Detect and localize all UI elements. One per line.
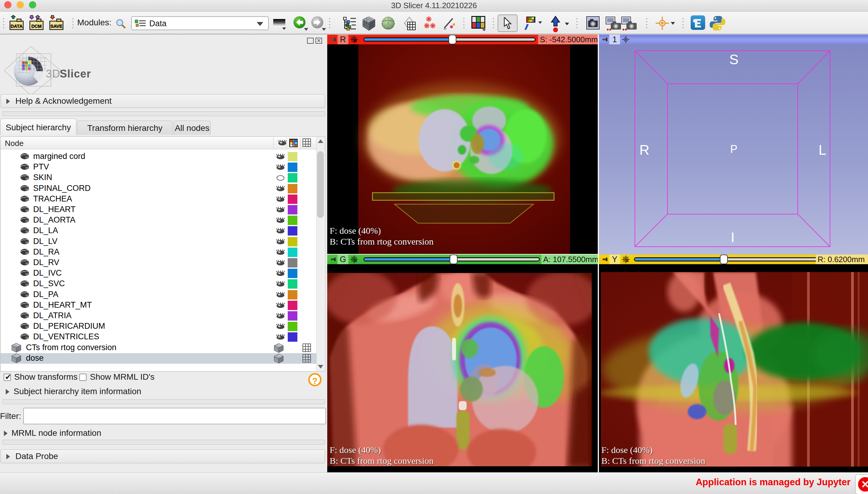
svg-text:DCM: DCM [31,23,42,28]
svg-text:R: R [639,142,649,158]
svg-text:3D: 3D [46,68,60,80]
svg-text:SAVE: SAVE [50,23,62,28]
svg-text:I: I [731,229,735,245]
svg-text:Slicer: Slicer [60,68,91,80]
svg-text:DATA: DATA [11,23,23,28]
svg-text:P: P [730,143,737,155]
svg-text:L: L [818,142,826,158]
svg-text:S: S [729,52,739,67]
